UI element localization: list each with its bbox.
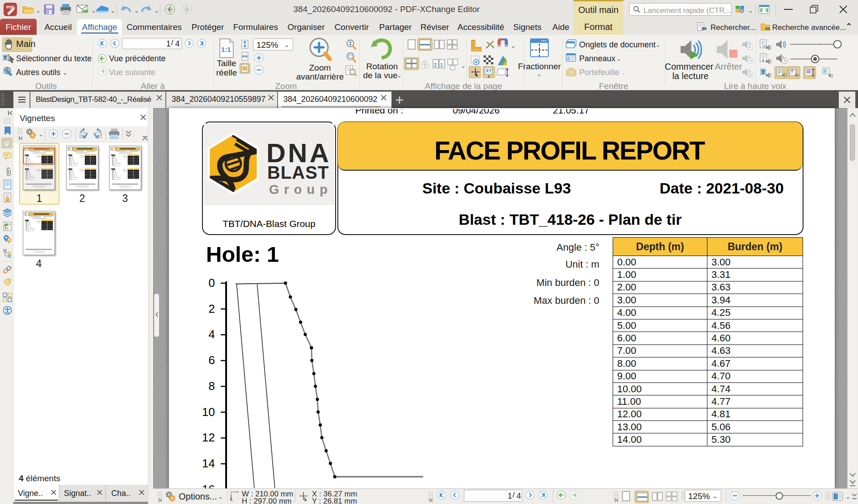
svg-text:XY: XY bbox=[486, 68, 492, 73]
svg-text:T: T bbox=[4, 55, 7, 61]
svg-text:1: 1 bbox=[440, 62, 443, 67]
svg-text:2: 2 bbox=[434, 62, 437, 67]
svg-text:T: T bbox=[761, 68, 765, 75]
svg-text:1:1: 1:1 bbox=[221, 46, 231, 53]
